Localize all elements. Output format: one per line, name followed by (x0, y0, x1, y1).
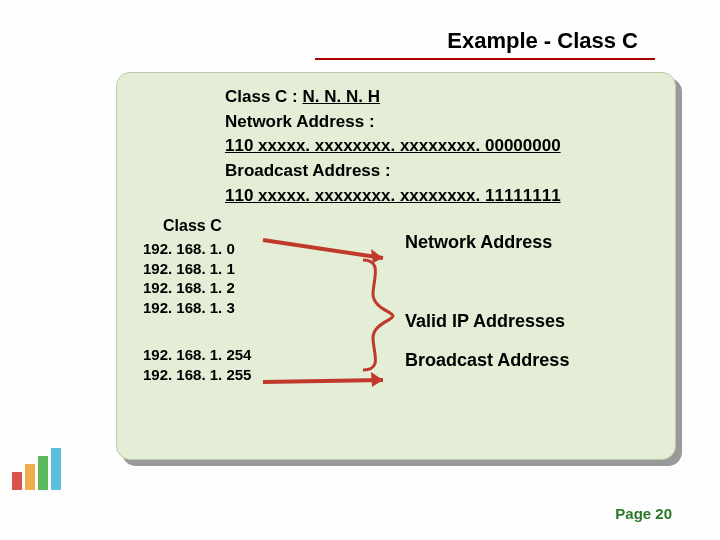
ip-addr: 192. 168. 1. 1 (143, 259, 657, 279)
definitions-block: Class C : N. N. N. H Network Address : 1… (225, 85, 657, 208)
ip-list-top: 192. 168. 1. 0 192. 168. 1. 1 192. 168. … (135, 239, 657, 317)
ip-addr: 192. 168. 1. 255 (143, 365, 657, 385)
def-network-value: 110 xxxxx. xxxxxxxx. xxxxxxxx. 00000000 (225, 134, 657, 159)
bars-logo-icon (10, 444, 74, 492)
def-broadcast-value: 110 xxxxx. xxxxxxxx. xxxxxxxx. 11111111 (225, 184, 657, 209)
label-broadcast: Broadcast Address (405, 350, 569, 371)
ip-addr: 192. 168. 1. 3 (143, 298, 657, 318)
svg-rect-6 (38, 456, 48, 490)
def-network-label: Network Address : (225, 110, 657, 135)
ip-addr: 192. 168. 1. 0 (143, 239, 657, 259)
ip-list-bottom: 192. 168. 1. 254 192. 168. 1. 255 (135, 345, 657, 384)
label-valid: Valid IP Addresses (405, 311, 569, 332)
labels-column: Network Address Valid IP Addresses Broad… (405, 216, 569, 371)
ip-addr: 192. 168. 1. 254 (143, 345, 657, 365)
svg-rect-7 (51, 448, 61, 490)
slide-title: Example - Class C (447, 28, 638, 54)
title-underline (315, 58, 655, 60)
svg-rect-5 (25, 464, 35, 490)
label-network: Network Address (405, 232, 569, 253)
def-classc: Class C : N. N. N. H (225, 85, 657, 110)
ip-addr: 192. 168. 1. 2 (143, 278, 657, 298)
ip-block: Class C 192. 168. 1. 0 192. 168. 1. 1 19… (135, 216, 657, 384)
def-classc-value: N. N. N. H (302, 87, 379, 106)
def-broadcast-label: Broadcast Address : (225, 159, 657, 184)
svg-rect-4 (12, 472, 22, 490)
lower-block: Class C 192. 168. 1. 0 192. 168. 1. 1 19… (135, 216, 657, 384)
content-panel: Class C : N. N. N. H Network Address : 1… (116, 72, 676, 460)
page-number: Page 20 (615, 505, 672, 522)
def-classc-label: Class C : (225, 87, 302, 106)
